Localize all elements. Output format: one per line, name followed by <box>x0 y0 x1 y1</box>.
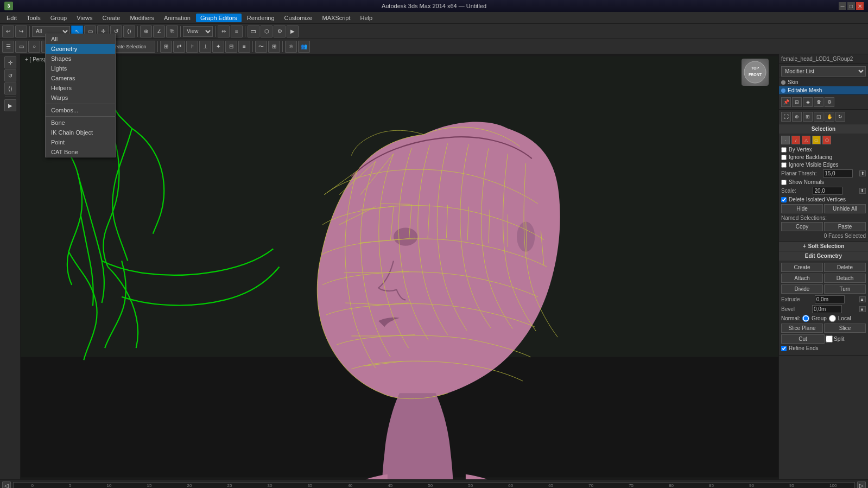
percent-snap[interactable]: % <box>166 26 178 37</box>
create-button[interactable]: Create <box>781 263 823 272</box>
turn-button[interactable]: Turn <box>824 284 866 294</box>
poly-select-icon[interactable]: ▭ <box>812 136 821 144</box>
render-setup[interactable]: ⚙ <box>274 26 286 37</box>
remove-modifier-icon[interactable]: 🗑 <box>814 97 823 107</box>
slice-button[interactable]: Slice <box>824 324 866 333</box>
scale-tool-left[interactable]: ⟨⟩ <box>4 83 16 94</box>
timeline-expand-left[interactable]: ◁ <box>2 481 11 489</box>
dropdown-lights[interactable]: Lights <box>46 64 115 73</box>
rect-region[interactable]: ▭ <box>15 41 27 53</box>
cut-button[interactable]: Cut <box>781 334 825 344</box>
place-highlight[interactable]: ✦ <box>212 41 224 53</box>
nav-cube[interactable]: TOP FRONT <box>742 59 774 91</box>
show-end-result-icon[interactable]: ⊟ <box>792 97 802 107</box>
menu-tools[interactable]: Tools <box>22 14 45 22</box>
modifier-skin[interactable]: Skin <box>779 78 868 86</box>
align-dialog[interactable]: ⊧ <box>186 41 198 53</box>
unhide-all-button[interactable]: Unhide All <box>824 204 866 213</box>
angle-snap[interactable]: ∠ <box>153 26 165 37</box>
edge-select-icon[interactable]: / <box>791 136 800 144</box>
mirror-tool[interactable]: ⇔ <box>218 26 230 37</box>
delete-button[interactable]: Delete <box>824 263 866 272</box>
normal-group-radio[interactable] <box>802 315 809 322</box>
scale-tool[interactable]: ⟨⟩ <box>123 26 135 37</box>
curve-editor[interactable]: 〜 <box>255 41 267 53</box>
configure-icon[interactable]: ⚙ <box>825 97 834 107</box>
orbit-icon[interactable]: ↻ <box>835 112 845 122</box>
scale-input[interactable] <box>813 187 842 195</box>
menu-help[interactable]: Help <box>356 14 377 22</box>
maximize-button[interactable]: □ <box>847 2 855 10</box>
timeline-expand-right[interactable]: ▷ <box>857 481 866 489</box>
view-dropdown[interactable]: View World Screen <box>183 26 213 37</box>
extrude-spinner[interactable]: ▲ <box>859 296 866 302</box>
refine-ends-checkbox[interactable] <box>781 346 787 351</box>
normal-align[interactable]: ⊥ <box>199 41 211 53</box>
dropdown-bone[interactable]: Bone <box>46 118 115 128</box>
hide-button[interactable]: Hide <box>781 204 823 213</box>
timeline-track[interactable]: 0 5 10 15 20 25 30 35 40 45 50 55 60 65 … <box>13 482 855 489</box>
dropdown-geometry[interactable]: Geometry <box>46 44 115 54</box>
paste-button[interactable]: Paste <box>824 222 866 231</box>
modifier-editable-mesh[interactable]: Editable Mesh <box>779 86 868 94</box>
normal-local-radio[interactable] <box>829 315 836 322</box>
viewport[interactable]: + [ Perspective Smooth + Highlights ] TO… <box>21 54 778 479</box>
maximize-viewport-icon[interactable]: ⛶ <box>781 112 791 122</box>
move-tool-left[interactable]: ✛ <box>4 56 16 68</box>
modifier-list-dropdown[interactable]: Modifier List Skin Editable Mesh <box>781 66 866 77</box>
scale-spinner[interactable]: ⬆ <box>859 188 866 194</box>
delete-isolated-checkbox[interactable] <box>781 197 787 202</box>
ignore-backfacing-checkbox[interactable] <box>781 155 787 160</box>
bevel-input[interactable] <box>812 305 842 313</box>
vertex-select-icon[interactable]: · <box>781 136 790 144</box>
circle-region[interactable]: ○ <box>28 41 40 53</box>
divide-button[interactable]: Divide <box>781 284 823 294</box>
menu-group[interactable]: Group <box>46 14 72 22</box>
redo-button[interactable]: ↪ <box>15 26 27 37</box>
menu-animation[interactable]: Animation <box>160 14 195 22</box>
copy-button[interactable]: Copy <box>781 222 823 231</box>
undo-button[interactable]: ↩ <box>2 26 14 37</box>
extrude-input[interactable] <box>815 295 845 303</box>
ignore-visible-edges-checkbox[interactable] <box>781 162 787 168</box>
detach-button[interactable]: Detach <box>824 274 866 283</box>
align-tool[interactable]: ≡ <box>231 26 243 37</box>
select-by-name[interactable]: ☰ <box>2 41 14 53</box>
reactor[interactable]: ⚛ <box>285 41 297 53</box>
mirror-dialog[interactable]: ⇄ <box>173 41 185 53</box>
filter-dropdown-menu[interactable]: All Geometry Shapes Lights Cameras Helpe… <box>45 34 116 157</box>
field-of-view-icon[interactable]: ◱ <box>814 112 823 122</box>
menu-customize[interactable]: Customize <box>280 14 317 22</box>
quick-render[interactable]: ▶ <box>287 26 299 37</box>
dropdown-shapes[interactable]: Shapes <box>46 54 115 64</box>
align-to-layer[interactable]: ≡ <box>238 41 250 53</box>
dropdown-ik-chain[interactable]: IK Chain Object <box>46 128 115 137</box>
menu-edit[interactable]: Edit <box>2 14 21 22</box>
material-editor[interactable]: ⬡ <box>261 26 273 37</box>
zoom-all-icon[interactable]: ⊕ <box>792 112 802 122</box>
play-anim[interactable]: ▶ <box>4 99 16 111</box>
zoom-extents-icon[interactable]: ⊞ <box>803 112 813 122</box>
menu-rendering[interactable]: Rendering <box>243 14 279 22</box>
attach-button[interactable]: Attach <box>781 274 823 283</box>
schematic-view[interactable]: ⊞ <box>268 41 280 53</box>
planar-thresh-input[interactable] <box>823 169 853 178</box>
menu-create[interactable]: Create <box>98 14 124 22</box>
by-vertex-checkbox[interactable] <box>781 147 787 153</box>
close-button[interactable]: ✕ <box>856 2 864 10</box>
face-select-icon[interactable]: △ <box>802 136 810 144</box>
layer-manager[interactable]: 🗃 <box>248 26 259 37</box>
bevel-spinner[interactable]: ▲ <box>859 306 866 312</box>
dropdown-cameras[interactable]: Cameras <box>46 73 115 83</box>
dropdown-helpers[interactable]: Helpers <box>46 83 115 93</box>
pan-icon[interactable]: ✋ <box>825 112 834 122</box>
align-view[interactable]: ⊟ <box>225 41 237 53</box>
crowd[interactable]: 👥 <box>298 41 310 53</box>
edit-geometry-header[interactable]: Edit Geometry <box>779 251 868 261</box>
element-select-icon[interactable]: ⬡ <box>822 136 831 144</box>
snap-toggle[interactable]: ⊕ <box>140 26 152 37</box>
rotate-tool-left[interactable]: ↺ <box>4 69 16 81</box>
menu-views[interactable]: Views <box>72 14 97 22</box>
dropdown-cat-bone[interactable]: CAT Bone <box>46 147 115 157</box>
selection-header[interactable]: Selection <box>779 124 868 134</box>
